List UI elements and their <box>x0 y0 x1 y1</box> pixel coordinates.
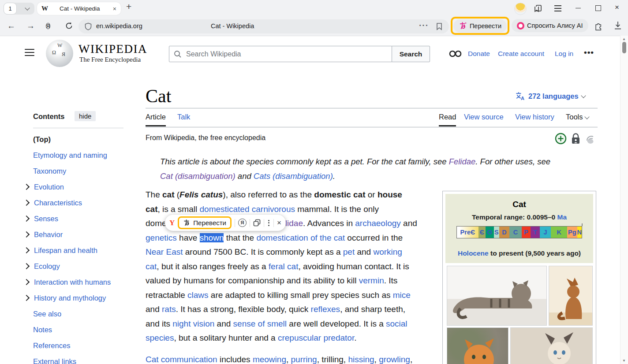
search-input[interactable] <box>185 50 392 59</box>
page-protection-lock-icon[interactable] <box>570 133 581 145</box>
sidebar-item[interactable]: Lifespan and health <box>23 242 129 258</box>
wiki-link[interactable]: pet <box>343 247 355 256</box>
yandex-home-icon[interactable]: Я <box>46 22 50 30</box>
wiki-link[interactable]: growling <box>379 355 410 364</box>
timeline-segment[interactable]: D <box>499 227 510 238</box>
timeline-segment[interactable]: Є <box>478 227 486 238</box>
log-in-link[interactable]: Log in <box>555 50 573 58</box>
wiki-link[interactable]: feral cat <box>269 262 299 271</box>
timeline-segment[interactable]: K <box>551 227 567 238</box>
good-article-icon[interactable] <box>555 133 567 145</box>
bookmark-icon[interactable] <box>436 22 443 30</box>
sidebar-item[interactable]: Senses <box>23 211 129 227</box>
sidebar-item[interactable]: See also <box>23 306 129 322</box>
wiki-link[interactable]: sense of smell <box>233 319 287 328</box>
timeline-segment[interactable]: N <box>577 227 582 238</box>
wiki-link[interactable]: carnivorous <box>252 204 295 214</box>
browser-menu-icon[interactable] <box>554 5 562 12</box>
expand-chevron-icon[interactable] <box>23 263 30 269</box>
wiki-link[interactable]: archaeology <box>355 219 401 228</box>
wiki-link[interactable]: species <box>146 333 174 342</box>
wikipedia-globe-logo[interactable]: WΩЯ <box>46 40 73 67</box>
browser-tab[interactable]: W Cat - Wikipedia × <box>37 2 121 15</box>
selection-toolbar-popup[interactable]: Y Перевести Я × <box>165 215 286 231</box>
address-more-icon[interactable]: ··· <box>419 21 429 30</box>
expand-chevron-icon[interactable] <box>23 231 30 238</box>
wiki-link[interactable]: Near East <box>146 247 183 256</box>
more-options-icon[interactable] <box>267 220 270 226</box>
back-button[interactable]: ← <box>7 21 15 31</box>
wiki-link[interactable]: crepuscular predator <box>278 333 354 342</box>
forward-button[interactable]: → <box>26 21 35 31</box>
tab-talk[interactable]: Talk <box>177 113 190 121</box>
timeline-segment[interactable]: Pg <box>567 227 577 238</box>
wiki-link[interactable]: meowing <box>253 355 286 364</box>
tabby-cat-photo[interactable] <box>447 266 547 326</box>
expand-chevron-icon[interactable] <box>23 247 30 253</box>
expand-chevron-icon[interactable] <box>23 184 30 190</box>
popup-translate-button-highlighted[interactable]: Перевести <box>178 216 232 229</box>
expand-chevron-icon[interactable] <box>23 200 30 206</box>
copy-icon[interactable] <box>253 219 261 227</box>
ask-alice-button[interactable]: Спросить Алису AI <box>512 19 588 32</box>
sidebar-item[interactable]: Notes <box>23 322 129 338</box>
downloads-icon[interactable] <box>614 21 622 30</box>
yandex-logo-icon[interactable]: Y <box>169 219 175 227</box>
yandex-search-icon[interactable]: Я <box>238 219 247 227</box>
sidebar-item[interactable]: Evolution <box>23 179 129 195</box>
wiki-search-box[interactable] <box>169 46 392 62</box>
tab-view-source[interactable]: View source <box>464 113 504 121</box>
tab-tools[interactable]: Tools <box>566 113 589 121</box>
tab-group-control[interactable]: 1 <box>4 3 34 15</box>
sidebar-item[interactable]: External links <box>23 353 129 364</box>
wiki-link[interactable]: vermin <box>359 276 384 285</box>
sidebar-item[interactable]: History and mythology <box>23 290 129 306</box>
wiki-link[interactable]: domesticated <box>200 204 250 214</box>
tab-article[interactable]: Article <box>146 113 166 126</box>
sidebar-item[interactable]: Behavior <box>23 227 129 242</box>
wiki-link[interactable]: rats <box>162 305 176 314</box>
maximize-button[interactable] <box>595 4 601 11</box>
wiki-link[interactable]: purring <box>291 355 317 364</box>
sidebar-item[interactable]: Interaction with humans <box>23 274 129 290</box>
wikipedia-wordmark[interactable]: WIKIPEDIA <box>78 42 147 56</box>
scrollbar-thumb[interactable] <box>622 42 626 53</box>
profile-avatar[interactable] <box>514 3 527 15</box>
tab-counter-button[interactable]: 1 <box>4 3 17 15</box>
spoken-article-icon[interactable] <box>585 134 596 145</box>
wiki-link[interactable]: reflexes <box>311 305 340 314</box>
tab-close-icon[interactable]: × <box>113 5 116 12</box>
ma-link[interactable]: Ma <box>557 213 567 221</box>
donate-link[interactable]: Donate <box>468 50 490 58</box>
wiki-user-menu-icon[interactable]: ••• <box>584 48 594 57</box>
page-scrollbar[interactable]: ▲ ▼ <box>620 36 628 364</box>
tab-read[interactable]: Read <box>439 113 456 126</box>
ginger-cat-photo[interactable] <box>447 327 508 364</box>
extensions-puzzle-icon[interactable] <box>594 21 603 30</box>
chevron-down-icon[interactable] <box>25 5 30 10</box>
interwiki-icon[interactable] <box>449 50 462 57</box>
timeline-segment[interactable]: PreЄ <box>457 227 478 238</box>
siamese-cat-photo[interactable] <box>510 327 593 364</box>
wiki-link[interactable]: genetics <box>146 233 177 242</box>
wiki-link[interactable]: Cat communication <box>146 355 217 364</box>
wiki-link[interactable]: mice <box>393 290 411 300</box>
timeline-segment[interactable]: O <box>486 227 494 238</box>
popup-close-icon[interactable]: × <box>277 219 281 227</box>
minimize-button[interactable] <box>576 4 581 8</box>
timeline-segment[interactable]: T <box>531 227 540 238</box>
reload-icon[interactable] <box>65 22 73 30</box>
new-tab-button[interactable]: + <box>126 1 131 12</box>
wiki-link[interactable]: working <box>373 247 402 256</box>
timeline-segment[interactable]: P <box>522 227 531 238</box>
expand-chevron-icon[interactable] <box>23 279 30 285</box>
side-panel-icon[interactable] <box>534 4 542 13</box>
wiki-link[interactable]: domestication of the cat <box>256 233 345 242</box>
timeline-segment[interactable]: S <box>494 227 499 238</box>
site-security-shield-icon[interactable] <box>84 22 92 30</box>
sidebar-item[interactable]: (Top) <box>23 131 129 147</box>
wiki-main-menu-icon[interactable] <box>25 49 34 58</box>
wiki-link[interactable]: hissing <box>348 355 374 364</box>
wiki-link[interactable]: cat <box>146 262 157 271</box>
contents-hide-button[interactable]: hide <box>75 111 96 121</box>
